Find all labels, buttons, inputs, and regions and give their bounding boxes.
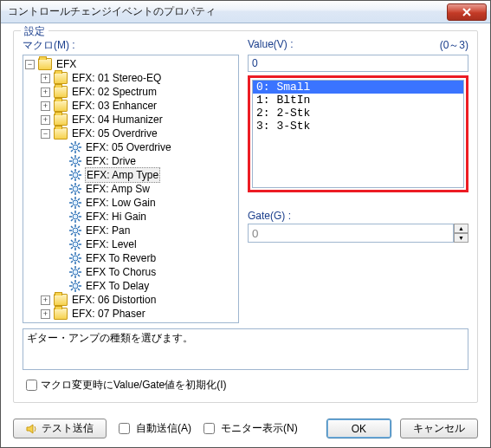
auto-send-check[interactable]: 自動送信(A) <box>115 420 191 437</box>
macro-tree[interactable]: −EFX+EFX: 01 Stereo-EQ+EFX: 02 Spectrum+… <box>23 55 239 323</box>
tree-label: EFX: Amp Sw <box>85 182 151 196</box>
tree-folder[interactable]: +EFX: 06 Distortion <box>41 293 238 307</box>
gate-spin-down[interactable]: ▼ <box>454 233 468 243</box>
ok-button[interactable]: OK <box>326 419 391 438</box>
svg-point-36 <box>73 200 78 205</box>
tree-label: EFX: Level <box>85 237 138 251</box>
svg-line-97 <box>78 282 80 283</box>
tree-label: EFX: 04 Humanizer <box>71 113 164 127</box>
svg-line-42 <box>78 205 80 207</box>
list-item[interactable]: 0: Small <box>253 81 463 94</box>
tree-folder[interactable]: −EFX <box>25 57 238 71</box>
folder-icon <box>54 114 68 126</box>
svg-line-98 <box>71 289 73 290</box>
svg-line-95 <box>71 282 73 283</box>
tree-leaf[interactable]: EFX: Amp Type <box>56 168 238 182</box>
list-item[interactable]: 1: BltIn <box>253 94 463 107</box>
auto-send-checkbox[interactable] <box>119 423 130 434</box>
value-options-frame: 0: Small1: BltIn2: 2-Stk3: 3-Stk <box>248 75 468 192</box>
monitor-checkbox[interactable] <box>204 423 215 434</box>
tree-label: EFX: 05 Overdrive <box>71 127 158 140</box>
tree-label: EFX: Low Gain <box>85 196 157 210</box>
tree-folder[interactable]: +EFX: 01 Stereo-EQ <box>41 71 238 85</box>
settings-fieldset: 設定 マクロ(M) : −EFX+EFX: 01 Stereo-EQ+EFX: … <box>13 30 478 403</box>
gear-icon <box>69 197 81 209</box>
tree-folder[interactable]: +EFX: 07 Phaser <box>41 307 238 321</box>
tree-folder[interactable]: +EFX: 04 Humanizer <box>41 113 238 127</box>
svg-line-79 <box>78 254 80 256</box>
folder-icon <box>54 72 68 84</box>
gear-icon <box>69 266 81 278</box>
tree-leaf[interactable]: EFX: Amp Sw <box>56 182 238 196</box>
svg-line-70 <box>78 240 80 242</box>
tree-leaf[interactable]: EFX: 05 Overdrive <box>56 140 238 154</box>
expander-icon[interactable]: − <box>25 60 35 69</box>
tree-leaf[interactable]: EFX: Pan <box>56 224 238 237</box>
svg-line-15 <box>78 164 80 166</box>
tree-leaf[interactable]: EFX To Chorus <box>56 265 238 279</box>
svg-line-61 <box>78 226 80 228</box>
tree-label: EFX: 03 Enhancer <box>71 99 158 113</box>
svg-line-87 <box>78 275 80 276</box>
svg-point-9 <box>73 159 78 164</box>
tree-folder[interactable]: +EFX: 03 Enhancer <box>41 99 238 113</box>
value-listbox[interactable]: 0: Small1: BltIn2: 2-Stk3: 3-Stk <box>252 80 464 188</box>
tree-leaf[interactable]: EFX: Low Gain <box>56 196 238 210</box>
tree-label: EFX: 07 Phaser <box>71 307 146 321</box>
svg-line-60 <box>78 233 80 235</box>
test-send-label: テスト送信 <box>42 421 94 436</box>
tree-leaf[interactable]: EFX: Hi Gain <box>56 210 238 224</box>
tree-label: EFX To Reverb <box>85 251 157 265</box>
close-icon <box>462 8 471 16</box>
reset-checkbox[interactable] <box>26 380 37 391</box>
gear-icon <box>69 238 81 250</box>
tree-label: EFX <box>55 57 77 71</box>
tree-leaf[interactable]: EFX: Level <box>56 237 238 251</box>
folder-icon <box>54 100 68 112</box>
svg-line-6 <box>78 150 80 152</box>
expander-icon[interactable]: + <box>41 309 50 319</box>
monitor-check[interactable]: モニター表示(N) <box>200 420 298 437</box>
tree-label: EFX To Chorus <box>85 265 157 279</box>
svg-line-59 <box>71 226 73 228</box>
expander-icon[interactable]: − <box>41 129 50 139</box>
tree-leaf[interactable]: EFX: Drive <box>56 154 238 168</box>
folder-icon <box>38 58 52 70</box>
gate-spin-up[interactable]: ▲ <box>454 224 468 233</box>
svg-line-43 <box>78 198 80 200</box>
gear-icon <box>69 252 81 264</box>
value-input[interactable] <box>248 55 468 72</box>
svg-line-51 <box>78 219 80 221</box>
gate-input[interactable] <box>248 224 454 243</box>
client-area: 設定 マクロ(M) : −EFX+EFX: 01 Stereo-EQ+EFX: … <box>1 23 490 412</box>
svg-line-86 <box>71 268 73 269</box>
expander-icon[interactable]: + <box>41 101 50 111</box>
tree-leaf[interactable]: EFX To Delay <box>56 279 238 293</box>
svg-line-5 <box>71 143 73 145</box>
description-box[interactable]: ギター・アンプの種類を選びます。 <box>23 328 468 370</box>
gear-icon <box>69 141 81 153</box>
svg-line-53 <box>71 219 73 221</box>
svg-line-71 <box>71 247 73 249</box>
monitor-label: モニター表示(N) <box>221 421 298 436</box>
expander-icon[interactable]: + <box>41 115 50 125</box>
test-send-button[interactable]: テスト送信 <box>13 419 107 438</box>
tree-folder[interactable]: +EFX: 02 Spectrum <box>41 85 238 99</box>
gate-spinner[interactable]: ▲ ▼ <box>248 224 468 243</box>
tree-leaf[interactable]: EFX To Reverb <box>56 251 238 265</box>
svg-point-27 <box>73 186 78 192</box>
list-item[interactable]: 2: 2-Stk <box>253 107 463 120</box>
tree-folder[interactable]: −EFX: 05 Overdrive <box>41 127 238 140</box>
tree-label: EFX: Pan <box>85 224 131 237</box>
expander-icon[interactable]: + <box>41 295 50 305</box>
description-text: ギター・アンプの種類を選びます。 <box>27 332 193 344</box>
svg-line-44 <box>71 205 73 207</box>
svg-point-81 <box>73 269 78 275</box>
close-button[interactable] <box>447 3 487 21</box>
cancel-button[interactable]: キャンセル <box>400 419 478 438</box>
svg-line-52 <box>78 212 80 214</box>
tree-label: EFX: 01 Stereo-EQ <box>71 71 162 85</box>
expander-icon[interactable]: + <box>41 74 50 83</box>
expander-icon[interactable]: + <box>41 88 50 97</box>
list-item[interactable]: 3: 3-Stk <box>253 120 463 133</box>
